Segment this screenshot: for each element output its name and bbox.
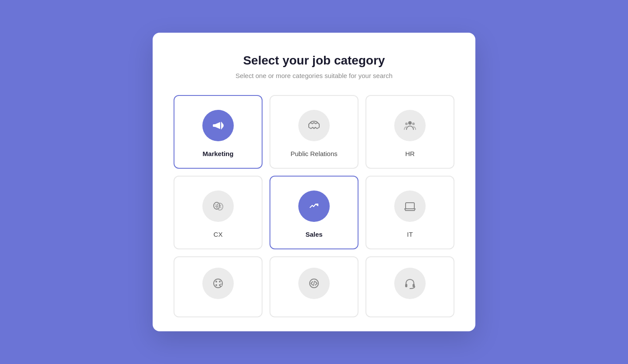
support-icon-circle [394, 268, 426, 299]
code-icon [307, 276, 321, 291]
cx-label: CX [214, 231, 223, 238]
svg-point-0 [408, 121, 412, 125]
svg-rect-10 [406, 203, 414, 209]
public-relations-label: Public Relations [290, 150, 338, 157]
sales-label: Sales [305, 231, 322, 238]
modal-subtitle: Select one or more categories suitable f… [174, 72, 454, 79]
people-icon [403, 118, 417, 133]
public-relations-icon-circle [298, 110, 330, 141]
handshake-icon [307, 118, 321, 133]
chart-icon [307, 199, 321, 214]
category-card-design[interactable] [174, 256, 263, 317]
svg-point-4 [215, 204, 216, 205]
marketing-icon-circle [202, 110, 234, 141]
design-icon-circle [202, 268, 234, 299]
it-icon-circle [394, 191, 426, 222]
svg-rect-18 [405, 284, 407, 287]
category-grid: Marketing Public Relations [174, 95, 454, 317]
masks-icon [211, 199, 225, 214]
category-card-hr[interactable]: HR [365, 95, 454, 169]
category-card-it[interactable]: IT [365, 176, 454, 249]
headset-icon [403, 276, 417, 291]
svg-point-8 [220, 205, 221, 206]
svg-point-2 [412, 122, 415, 125]
category-card-engineering[interactable] [270, 256, 358, 317]
category-card-support[interactable] [365, 256, 454, 317]
svg-point-15 [215, 284, 217, 286]
palette-icon [211, 276, 225, 291]
hr-icon-circle [394, 110, 426, 141]
sales-icon-circle [298, 191, 330, 222]
category-card-public-relations[interactable]: Public Relations [270, 95, 358, 169]
cx-icon-circle [202, 191, 234, 222]
laptop-icon [403, 199, 417, 214]
svg-point-1 [405, 122, 408, 125]
svg-point-13 [219, 281, 221, 282]
category-card-cx[interactable]: CX [174, 176, 263, 249]
megaphone-icon [211, 118, 225, 133]
svg-point-7 [218, 205, 219, 206]
category-card-sales[interactable]: Sales [270, 176, 358, 249]
modal-title: Select your job category [174, 54, 454, 68]
category-card-marketing[interactable]: Marketing [174, 95, 263, 169]
modal-header: Select your job category Select one or m… [174, 54, 454, 79]
job-category-modal: Select your job category Select one or m… [153, 33, 475, 331]
svg-point-16 [220, 284, 222, 286]
it-label: IT [407, 231, 413, 238]
marketing-label: Marketing [203, 150, 234, 157]
hr-label: HR [405, 150, 415, 157]
svg-point-12 [215, 281, 217, 282]
engineering-icon-circle [298, 268, 330, 299]
